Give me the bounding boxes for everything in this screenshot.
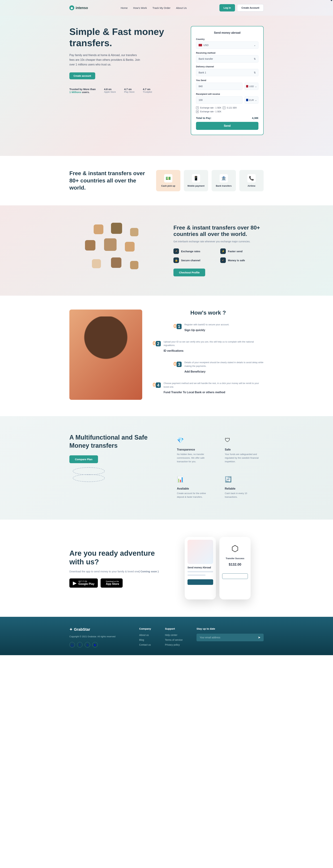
receive-label: Receipient will receive bbox=[196, 93, 259, 95]
updown-icon: ⇅ bbox=[254, 71, 256, 74]
chevron-down-icon: ⌄ bbox=[255, 85, 257, 88]
nav-home[interactable]: Home bbox=[121, 6, 128, 9]
transfer-form: Send money abroad Country USD ⌄ Receivin… bbox=[191, 26, 264, 135]
send-label: You Send bbox=[196, 79, 259, 82]
contact-link[interactable]: Contact us bbox=[139, 643, 151, 646]
footer-support: Support Help center Terms of service Pri… bbox=[165, 627, 182, 648]
logo[interactable]: ◉ intenso bbox=[69, 5, 88, 10]
social-links: ◯ f 𝕏 ▶ bbox=[69, 642, 125, 648]
login-button[interactable]: Log in bbox=[220, 4, 235, 11]
multi-title: A Multifunctional and Safe Money transfe… bbox=[69, 433, 160, 450]
app-store-button[interactable]: Download on theApp Store bbox=[101, 579, 123, 588]
cta-subtitle: Download the app to send money to your f… bbox=[69, 570, 161, 573]
world-title: Free & instant transfers over 80+ countr… bbox=[173, 224, 264, 237]
channel-select[interactable]: Bank 1⇅ bbox=[196, 69, 259, 76]
spiral-decoration bbox=[69, 467, 107, 495]
hero-cta-button[interactable]: Create account bbox=[69, 72, 95, 79]
benefit-secure: 🔒 Secure channel bbox=[173, 257, 217, 263]
instagram-icon[interactable]: ◯ bbox=[69, 642, 75, 648]
feature-bank-transfers[interactable]: 🏦 Bank transfers bbox=[211, 170, 236, 191]
multi-available: 📊 Available Create account for the onlin… bbox=[173, 472, 216, 502]
person-image bbox=[69, 310, 142, 400]
terms-link[interactable]: Terms of service bbox=[165, 639, 182, 641]
hero-title: Simple & Fast money transfers. bbox=[69, 26, 180, 49]
speed-icon: ⚡ bbox=[220, 248, 226, 254]
google-play-button[interactable]: ▶ GET IT ONGoogle Play bbox=[69, 579, 98, 588]
play-icon: ▶ bbox=[73, 580, 77, 586]
feature-mobile-payment[interactable]: 📱 Mobile payment bbox=[184, 170, 208, 191]
exchange-rate-1: ⏱ Exchange rate - 1 SEK 🏷 0.121 SEK bbox=[196, 106, 259, 109]
brand-name: intenso bbox=[76, 6, 88, 10]
hexagon-check-icon: ⬡ bbox=[222, 540, 248, 557]
total-value: 4,38€ bbox=[252, 117, 259, 119]
exchange-icon: ↗ bbox=[173, 248, 179, 254]
checkout-profile-button[interactable]: Checkout Profile bbox=[173, 269, 205, 276]
rating-play: 4.7 on Play Store bbox=[124, 88, 135, 94]
twitter-icon[interactable]: 𝕏 bbox=[85, 642, 90, 648]
step-3: 03 Details of your receipient should be … bbox=[173, 361, 264, 373]
privacy-link[interactable]: Privacy policy bbox=[165, 643, 182, 646]
us-flag-icon bbox=[246, 85, 248, 88]
updown-icon: ⇅ bbox=[254, 58, 256, 60]
logo-icon: ◉ bbox=[69, 5, 74, 10]
hero-subtitle: Pay family and friends at home & Abroad,… bbox=[69, 53, 142, 67]
multi-grid: 💎 Transparence No hidden fees, no transf… bbox=[173, 433, 264, 502]
reload-icon: 🔄 bbox=[225, 476, 233, 484]
clock-icon: ⏱ bbox=[196, 106, 199, 109]
eu-flag-icon bbox=[246, 99, 248, 101]
step-4: 04 Choose payment method and we will han… bbox=[153, 381, 264, 394]
compare-plan-button[interactable]: Compare Plan bbox=[69, 455, 98, 463]
method-label: Receiving method bbox=[196, 52, 259, 54]
send-icon: ➤ bbox=[258, 636, 261, 639]
email-input[interactable] bbox=[197, 634, 256, 641]
exchange-rate-2: ⇄ Exchange rate - 1 SEK bbox=[196, 110, 259, 113]
send-amount-input[interactable] bbox=[196, 83, 242, 90]
benefit-safe: ✓ Money is safe bbox=[220, 257, 264, 263]
nav-about[interactable]: About Us bbox=[176, 6, 187, 9]
mobile-icon: 📱 bbox=[192, 174, 200, 182]
lock-icon: 🔒 bbox=[173, 257, 179, 263]
footer-company: Company About us Blog Contact us bbox=[139, 627, 151, 648]
form-title: Send money abroad bbox=[196, 31, 259, 34]
cta-title: Are you ready adventure with us? bbox=[69, 549, 161, 566]
country-label: Country bbox=[196, 38, 259, 40]
create-account-button[interactable]: Create Account bbox=[237, 4, 264, 11]
footer-logo: ✦ GrabStar bbox=[69, 627, 125, 632]
channel-label: Delivery channel bbox=[196, 65, 259, 68]
feature-cash-pickup[interactable]: 💵 Cash pick up bbox=[156, 170, 180, 191]
footer-subscribe: Stay up to date ➤ bbox=[197, 627, 264, 648]
multi-reliable: 🔄 Reliable Cash back in every 10 transac… bbox=[221, 472, 264, 502]
world-subtitle: Get interbank exchange rate whenever you… bbox=[173, 240, 264, 243]
tag-icon: 🏷 bbox=[223, 106, 226, 109]
receive-amount-input[interactable] bbox=[196, 96, 242, 104]
step-2: 02 Upload your ID so we can verify who y… bbox=[153, 340, 264, 352]
about-link[interactable]: About us bbox=[139, 633, 151, 637]
avatar-cluster-image bbox=[69, 223, 160, 278]
method-select[interactable]: Bank transfer⇅ bbox=[196, 55, 259, 62]
youtube-icon[interactable]: ▶ bbox=[92, 642, 98, 648]
exchange-icon: ⇄ bbox=[196, 110, 199, 113]
subscribe-button[interactable]: ➤ bbox=[256, 634, 263, 641]
main-nav: Home How's Work Track My Order About Us bbox=[121, 6, 187, 9]
nav-how[interactable]: How's Work bbox=[133, 6, 147, 9]
send-currency[interactable]: USD⌄ bbox=[244, 83, 259, 90]
rating-apple: 4.8 on Apple Store bbox=[104, 88, 116, 94]
multi-safe: 🛡 Safe Your funds are safeguarded and re… bbox=[221, 433, 264, 467]
trust-text: Trusted by More than1 Millions users. bbox=[69, 88, 96, 94]
help-link[interactable]: Help center bbox=[165, 633, 182, 637]
send-button[interactable]: Send bbox=[196, 122, 259, 130]
chevron-down-icon: ⌄ bbox=[254, 44, 256, 46]
benefit-exchange: ↗ Exchange rates bbox=[173, 248, 217, 254]
nav-track[interactable]: Track My Order bbox=[153, 6, 170, 9]
facebook-icon[interactable]: f bbox=[77, 642, 82, 648]
star-icon: ✦ bbox=[69, 627, 72, 632]
country-select[interactable]: USD ⌄ bbox=[196, 41, 259, 49]
phone-1: Send money Abroad bbox=[185, 537, 216, 599]
feature-airtime[interactable]: 📞 Airtime bbox=[239, 170, 264, 191]
feature-cards: 💵 Cash pick up 📱 Mobile payment 🏦 Bank t… bbox=[156, 170, 264, 191]
blog-link[interactable]: Blog bbox=[139, 639, 151, 641]
phone-icon: 📞 bbox=[247, 174, 256, 182]
rating-trustpilot: 4.7 on Trustpilot bbox=[143, 88, 152, 94]
trust-row: Trusted by More than1 Millions users. 4.… bbox=[69, 88, 180, 94]
receive-currency[interactable]: EUR⌄ bbox=[244, 96, 259, 104]
